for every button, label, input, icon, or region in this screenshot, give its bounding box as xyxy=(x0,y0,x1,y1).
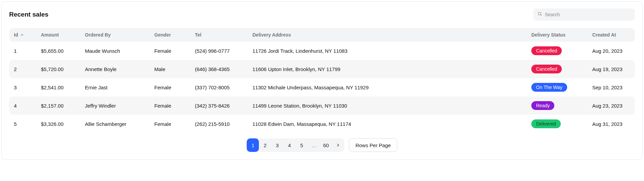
cell-status: Cancelled xyxy=(527,42,587,60)
pager-next[interactable] xyxy=(332,138,344,152)
svg-line-1 xyxy=(541,15,542,16)
column-header-amount[interactable]: Amount xyxy=(36,28,80,42)
cell-status: Ready xyxy=(527,96,587,115)
cell-status: Delivered xyxy=(527,115,587,133)
column-header-ordered-by[interactable]: Ordered By xyxy=(80,28,150,42)
cell-address: 11726 Jordi Track, Lindenhurst, NY 11083 xyxy=(248,42,527,60)
sales-table: Id Amount Ordered By Gender Tel Delivery… xyxy=(9,28,635,133)
column-header-created[interactable]: Created At xyxy=(587,28,635,42)
pager-page-1[interactable]: 1 xyxy=(247,138,259,152)
cell-amount: $2,157.00 xyxy=(36,96,80,115)
pager-page-last[interactable]: 60 xyxy=(320,138,332,152)
cell-tel: (337) 702-8005 xyxy=(190,78,248,96)
cell-tel: (262) 215-5910 xyxy=(190,115,248,133)
cell-tel: (646) 368-4365 xyxy=(190,60,248,78)
cell-gender: Male xyxy=(150,60,190,78)
table-row: 3$2,541.00Ernie JastFemale(337) 702-8005… xyxy=(9,78,635,96)
column-label: Gender xyxy=(154,32,171,38)
cell-ordered-by: Jeffry Windler xyxy=(80,96,150,115)
cell-gender: Female xyxy=(150,78,190,96)
pager-page-4[interactable]: 4 xyxy=(283,138,295,152)
chevron-right-icon xyxy=(336,143,340,148)
status-badge: Delivered xyxy=(531,119,561,128)
cell-ordered-by: Ernie Jast xyxy=(80,78,150,96)
table-wrapper: Id Amount Ordered By Gender Tel Delivery… xyxy=(9,28,635,133)
table-row: 5$3,326.00Allie SchambergerFemale(262) 2… xyxy=(9,115,635,133)
pager: 12345…60 xyxy=(247,138,344,152)
cell-amount: $5,655.00 xyxy=(36,42,80,60)
pager-ellipsis: … xyxy=(308,138,320,152)
cell-id: 5 xyxy=(9,115,36,133)
search-input[interactable] xyxy=(533,8,635,21)
cell-tel: (524) 996-0777 xyxy=(190,42,248,60)
cell-id: 4 xyxy=(9,96,36,115)
card-header: Recent sales xyxy=(9,8,635,21)
column-header-gender[interactable]: Gender xyxy=(150,28,190,42)
cell-address: 11606 Upton Inlet, Brooklyn, NY 11799 xyxy=(248,60,527,78)
cell-ordered-by: Allie Schamberger xyxy=(80,115,150,133)
cell-gender: Female xyxy=(150,42,190,60)
column-header-status[interactable]: Delivery Status xyxy=(527,28,587,42)
column-label: Delivery Address xyxy=(252,32,291,38)
search-wrapper xyxy=(533,8,635,21)
status-badge: Cancelled xyxy=(531,46,562,55)
cell-status: On The Way xyxy=(527,78,587,96)
status-badge: Cancelled xyxy=(531,65,562,73)
cell-ordered-by: Annette Boyle xyxy=(80,60,150,78)
cell-address: 11499 Leone Station, Brooklyn, NY 11030 xyxy=(248,96,527,115)
table-row: 4$2,157.00Jeffry WindlerFemale(342) 375-… xyxy=(9,96,635,115)
cell-ordered-by: Maude Wunsch xyxy=(80,42,150,60)
cell-gender: Female xyxy=(150,115,190,133)
sort-asc-icon xyxy=(20,33,24,37)
cell-amount: $2,541.00 xyxy=(36,78,80,96)
cell-id: 2 xyxy=(9,60,36,78)
status-badge: Ready xyxy=(531,101,554,110)
cell-gender: Female xyxy=(150,96,190,115)
cell-amount: $5,720.00 xyxy=(36,60,80,78)
column-header-tel[interactable]: Tel xyxy=(190,28,248,42)
status-badge: On The Way xyxy=(531,83,567,92)
cell-address: 11302 Michale Underpass, Massapequa, NY … xyxy=(248,78,527,96)
pager-page-3[interactable]: 3 xyxy=(271,138,283,152)
column-label: Tel xyxy=(195,32,201,38)
column-header-address[interactable]: Delivery Address xyxy=(248,28,527,42)
column-label: Created At xyxy=(592,32,616,38)
cell-created: Aug 20, 2023 xyxy=(587,42,635,60)
cell-created: Sep 10, 2023 xyxy=(587,78,635,96)
cell-created: Aug 23, 2023 xyxy=(587,96,635,115)
cell-id: 1 xyxy=(9,42,36,60)
cell-tel: (342) 375-8426 xyxy=(190,96,248,115)
cell-address: 11028 Edwin Dam, Massapequa, NY 11174 xyxy=(248,115,527,133)
rows-per-page-button[interactable]: Rows Per Page xyxy=(349,138,397,152)
pager-page-5[interactable]: 5 xyxy=(295,138,308,152)
cell-status: Cancelled xyxy=(527,60,587,78)
cell-created: Aug 19, 2023 xyxy=(587,60,635,78)
table-header-row: Id Amount Ordered By Gender Tel Delivery… xyxy=(9,28,635,42)
cell-amount: $3,326.00 xyxy=(36,115,80,133)
column-label: Delivery Status xyxy=(531,32,565,38)
cell-id: 3 xyxy=(9,78,36,96)
column-label: Amount xyxy=(41,32,59,38)
recent-sales-card: Recent sales Id xyxy=(1,1,643,160)
column-label: Ordered By xyxy=(85,32,111,38)
table-row: 1$5,655.00Maude WunschFemale(524) 996-07… xyxy=(9,42,635,60)
card-title: Recent sales xyxy=(9,11,48,18)
column-label: Id xyxy=(14,32,18,38)
table-row: 2$5,720.00Annette BoyleMale(646) 368-436… xyxy=(9,60,635,78)
column-header-id[interactable]: Id xyxy=(9,28,36,42)
cell-created: Aug 31, 2023 xyxy=(587,115,635,133)
pagination-row: 12345…60 Rows Per Page xyxy=(9,138,635,152)
pager-page-2[interactable]: 2 xyxy=(259,138,271,152)
search-icon xyxy=(537,12,542,18)
